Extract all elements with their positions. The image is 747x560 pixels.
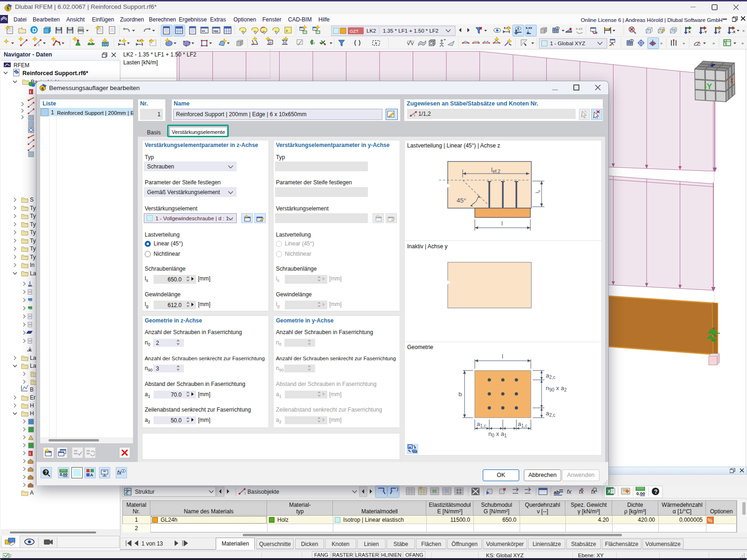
svg-text:H: H — [30, 402, 34, 409]
svg-text:b: b — [458, 391, 462, 398]
svg-text:a1,c: a1,c — [518, 420, 528, 428]
svg-text:I: I — [414, 114, 415, 117]
svg-text:Er: Er — [30, 394, 35, 401]
svg-text:a1,c: a1,c — [477, 420, 486, 428]
svg-text:a2,c: a2,c — [546, 410, 556, 418]
svg-text:ab: ab — [554, 490, 560, 495]
svg-text:-Y: -Y — [704, 82, 712, 91]
svg-text:%: % — [708, 518, 712, 523]
svg-text:Ty: Ty — [30, 213, 36, 219]
svg-text:45°: 45° — [457, 197, 466, 204]
svg-text:a2,c: a2,c — [546, 372, 556, 380]
svg-text:n90 x a2: n90 x a2 — [546, 385, 567, 392]
svg-text:Ty: Ty — [30, 245, 36, 252]
svg-text:fx: fx — [591, 488, 596, 495]
svg-text:fx: fx — [567, 488, 572, 495]
svg-text:l: l — [502, 353, 503, 360]
svg-text:La: La — [30, 363, 36, 369]
svg-text:0.00: 0.00 — [60, 472, 68, 477]
svg-text:?: ? — [45, 470, 48, 475]
svg-text:RFEM: RFEM — [14, 62, 29, 69]
svg-text:Basisobjekte: Basisobjekte — [247, 489, 279, 495]
svg-text:Ty: Ty — [30, 254, 36, 260]
svg-text:Ty: Ty — [30, 205, 36, 211]
svg-text:A: A — [30, 490, 34, 496]
svg-text:I: I — [245, 492, 246, 495]
svg-text:0.00: 0.00 — [636, 491, 645, 496]
svg-text:S: S — [30, 196, 34, 203]
svg-text:n0 x a1: n0 x a1 — [488, 430, 507, 438]
svg-text:Ty: Ty — [30, 238, 36, 244]
svg-text:Ty: Ty — [30, 229, 36, 236]
svg-text:I: I — [30, 90, 31, 94]
svg-text:Reinforced Support.rf6*: Reinforced Support.rf6* — [22, 70, 88, 77]
svg-text:Struktur: Struktur — [135, 489, 155, 495]
svg-text:Ty: Ty — [30, 221, 36, 228]
svg-text:ls: ls — [535, 190, 541, 193]
svg-text:La: La — [30, 270, 36, 277]
svg-text:In: In — [30, 262, 35, 268]
svg-text:6: 6 — [42, 86, 44, 91]
svg-text:?: ? — [654, 489, 657, 495]
svg-text:B: B — [30, 386, 34, 393]
svg-text:I: I — [29, 451, 31, 456]
svg-text:H: H — [30, 410, 34, 417]
svg-text:A: A — [90, 473, 93, 477]
svg-text:La: La — [30, 355, 36, 361]
svg-text:l: l — [501, 220, 503, 227]
